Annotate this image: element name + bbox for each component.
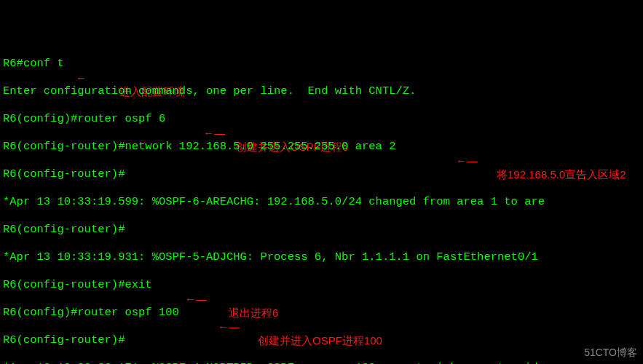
arrow-icon: ←— bbox=[218, 320, 240, 333]
terminal-line: R6(config-router)#network 192.168.5.0 25… bbox=[3, 140, 396, 153]
terminal-line: *Apr 13 10:33:36.171: %OSPF-4-NORTRID: O… bbox=[3, 361, 545, 364]
terminal-line: *Apr 13 10:33:19.599: %OSPF-6-AREACHG: 1… bbox=[3, 195, 545, 208]
arrow-icon: ←— bbox=[203, 126, 225, 140]
arrow-icon: ←— bbox=[185, 292, 207, 306]
arrow-icon: ←— bbox=[456, 154, 478, 167]
terminal-line: Enter configuration commands, one per li… bbox=[3, 84, 416, 98]
terminal-line: R6(config-router)# bbox=[3, 333, 125, 347]
terminal-line: R6(config-router)# bbox=[3, 167, 125, 181]
watermark: 51CTO博客 bbox=[584, 346, 637, 360]
terminal-line: R6(config-router)# bbox=[3, 223, 125, 236]
terminal-line: *Apr 13 10:33:19.931: %OSPF-5-ADJCHG: Pr… bbox=[3, 250, 538, 264]
terminal-line: R6(config)#router ospf 6 bbox=[3, 112, 165, 125]
arrow-icon: ← bbox=[76, 71, 87, 84]
terminal-line: R6(config-router)#exit bbox=[3, 278, 152, 291]
terminal-line: R6#conf t bbox=[3, 57, 64, 70]
terminal-line: R6(config)#router ospf 100 bbox=[3, 306, 179, 319]
